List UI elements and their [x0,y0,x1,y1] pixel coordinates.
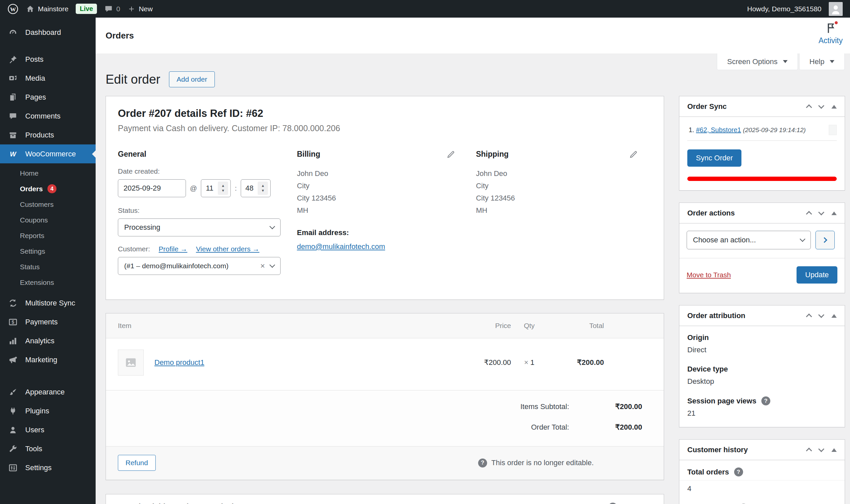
order-action-select[interactable]: Choose an action... [687,231,811,249]
date-created-input[interactable] [118,179,186,197]
activity-button[interactable]: Activity [818,21,843,45]
customer-label: Customer: [118,245,150,253]
move-up-icon[interactable] [806,211,812,217]
clear-icon[interactable]: × [260,261,265,271]
avatar[interactable] [829,2,843,16]
sidebar-item-multistore-sync[interactable]: Multistore Sync [0,293,96,312]
order-sync-title: Order Sync [687,102,727,111]
move-down-icon[interactable] [818,312,824,318]
toggle-panel-icon[interactable] [831,446,837,452]
view-other-orders-link[interactable]: View other orders → [196,245,259,253]
sidebar-item-pages[interactable]: Pages [0,88,96,107]
sidebar-item-woocommerce[interactable]: W WooCommerce [0,144,96,163]
move-to-trash-link[interactable]: Move to Trash [687,271,731,279]
submenu-item-status[interactable]: Status [0,259,96,274]
red-underline-annotation [687,177,837,181]
wordpress-logo-icon[interactable]: W [7,3,19,15]
edit-pencil-icon[interactable] [629,150,638,159]
wrench-icon [8,444,18,453]
submenu-item-home[interactable]: Home [0,165,96,181]
scrollbar-track[interactable] [829,125,837,135]
at-separator: @ [190,184,197,192]
admin-bar: W Mainstore Live 0 New Howdy, Demo_35615… [0,0,850,18]
new-menu[interactable]: New [127,5,153,13]
billing-email-link[interactable]: demo@mulikainfotech.com [297,242,385,251]
screen-options-tab[interactable]: Screen Options [717,53,798,70]
profile-link[interactable]: Profile → [159,245,187,253]
comments-shortcut[interactable]: 0 [104,5,120,13]
product-thumbnail [118,349,144,376]
shipping-heading: Shipping [476,150,508,159]
move-down-icon[interactable] [818,209,824,215]
sidebar-item-appearance[interactable]: Appearance [0,382,96,401]
submenu-item-extensions[interactable]: Extensions [0,274,96,290]
sidebar-item-users[interactable]: Users [0,420,96,439]
sidebar-item-label: Analytics [25,337,54,345]
move-down-icon[interactable] [818,103,824,109]
sidebar-item-media[interactable]: Media [0,69,96,88]
order-totals: Items Subtotal: ₹200.00 Order Total: ₹20… [106,390,664,446]
sidebar-item-marketing[interactable]: Marketing [0,350,96,369]
help-tab[interactable]: Help [799,53,845,70]
submenu-item-coupons[interactable]: Coupons [0,212,96,228]
sidebar-item-settings[interactable]: Settings [0,458,96,477]
submenu-item-customers[interactable]: Customers [0,197,96,212]
move-up-icon[interactable] [806,448,812,453]
toggle-panel-icon[interactable] [831,311,837,318]
col-price: Price [458,322,511,330]
minute-stepper[interactable]: 48 ▴▾ [241,179,271,197]
sidebar-item-analytics[interactable]: Analytics [0,331,96,350]
customer-select[interactable]: (#1 – demo@mulikainfotech.com) × [118,257,281,275]
item-qty: × 1 [511,358,547,367]
general-heading: General [118,150,146,159]
settings-sliders-icon [8,463,18,472]
submenu-item-settings[interactable]: Settings [0,244,96,259]
toggle-panel-icon[interactable] [831,209,837,215]
submenu-item-orders[interactable]: Orders 4 [0,181,96,197]
update-button[interactable]: Update [797,266,837,284]
status-select[interactable]: Processing [118,218,281,236]
sidebar-item-products[interactable]: Products [0,126,96,144]
megaphone-icon [8,355,18,364]
help-icon[interactable]: ? [734,467,743,476]
order-sync-panel: Order Sync 1. #62, Substore1 (2025-09-29… [679,96,845,191]
customer-history-panel: Customer history Total orders? 4 Total [679,439,845,504]
spinner-icon[interactable]: ▴▾ [218,182,228,195]
orders-count-badge: 4 [48,184,56,193]
apply-action-button[interactable] [815,231,835,249]
plus-icon [127,5,135,13]
howdy-text[interactable]: Howdy, Demo_3561580 [747,5,821,13]
subtotal-row: Items Subtotal: ₹200.00 [520,402,642,411]
person-icon [829,3,842,16]
pages-icon [8,93,18,102]
sidebar-item-tools[interactable]: Tools [0,439,96,458]
edit-pencil-icon[interactable] [447,150,455,159]
svg-text:$: $ [12,319,14,324]
sidebar-item-comments[interactable]: Comments [0,107,96,126]
shipping-column: Shipping John Deo City City 123456 MH [476,150,652,284]
spinner-icon[interactable]: ▴▾ [258,182,268,195]
date-created-label: Date created: [118,167,290,175]
help-icon[interactable]: ? [608,503,617,504]
add-order-button[interactable]: Add order [169,71,215,87]
toggle-panel-icon[interactable] [831,102,837,109]
move-up-icon[interactable] [806,313,812,319]
new-label: New [139,5,153,13]
sidebar-item-plugins[interactable]: Plugins [0,401,96,420]
sidebar-item-posts[interactable]: Posts [0,50,96,69]
hour-stepper[interactable]: 11 ▴▾ [201,179,231,197]
move-down-icon[interactable] [818,446,824,452]
chevron-right-icon [822,237,828,243]
sidebar-item-payments[interactable]: $ Payments [0,312,96,331]
sidebar-item-dashboard[interactable]: Dashboard [0,23,96,42]
site-menu[interactable]: Mainstore [26,5,68,13]
refund-button[interactable]: Refund [118,455,156,471]
sync-order-button[interactable]: Sync Order [687,149,741,167]
synced-order-link[interactable]: #62, Substore1 [696,126,741,133]
product-name-link[interactable]: Demo product1 [155,358,204,366]
submenu-item-reports[interactable]: Reports [0,228,96,244]
col-total: Total [547,322,604,330]
help-icon[interactable]: ? [761,396,770,406]
notification-dot [834,20,839,25]
move-up-icon[interactable] [806,104,812,110]
